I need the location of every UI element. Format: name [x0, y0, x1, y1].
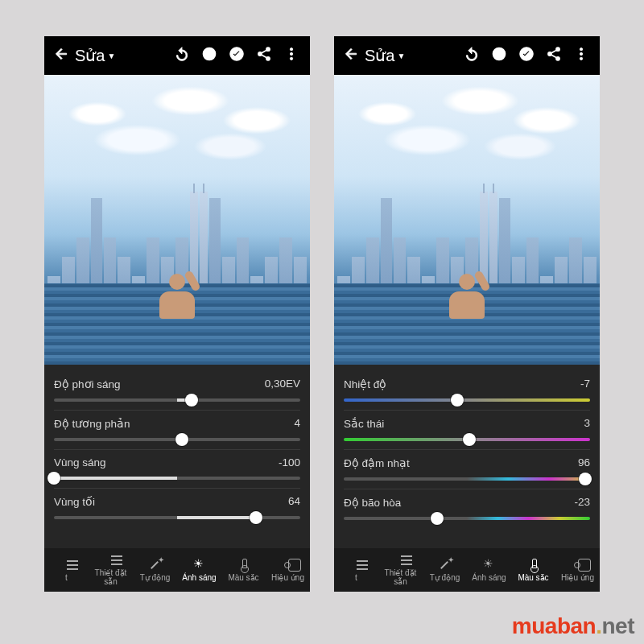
screen-title[interactable]: Sửa ▼ [365, 46, 405, 65]
svg-point-4 [258, 52, 262, 55]
slider-row: Độ đậm nhạt 96 [344, 449, 590, 489]
share-button[interactable] [252, 46, 276, 66]
svg-point-13 [548, 52, 551, 55]
bottom-tabs: t Thiết đặt sẵn Tự động Ánh sáng Màu sắc… [334, 548, 600, 592]
more-button[interactable] [569, 46, 593, 66]
slider-label: Sắc thái [344, 417, 384, 430]
slider-track[interactable] [344, 438, 590, 441]
tab-label: Tự động [430, 573, 460, 582]
sun-icon [192, 559, 207, 570]
slider-label: Vùng sáng [54, 456, 106, 469]
therm-icon [237, 559, 251, 570]
tab-label: t [355, 573, 357, 582]
slider-thumb[interactable] [175, 433, 188, 446]
accept-button[interactable] [225, 46, 249, 66]
sun-icon [482, 559, 497, 570]
preview-image [334, 75, 600, 365]
slider-track[interactable] [344, 477, 590, 481]
tab-label: Màu sắc [228, 573, 258, 582]
svg-point-12 [556, 47, 559, 51]
slider-row: Nhiệt độ -7 [344, 371, 590, 410]
slider-label: Độ bão hòa [344, 496, 401, 509]
slider-value: -100 [279, 456, 300, 469]
sliders-icon [104, 554, 118, 565]
fx-icon [281, 559, 295, 570]
tab-label: Thiết đặt sẵn [89, 568, 133, 586]
tab-Màu sắc[interactable]: Màu sắc [511, 559, 555, 582]
tab-label: Màu sắc [518, 573, 548, 582]
svg-point-3 [266, 47, 270, 51]
help-button[interactable] [197, 46, 221, 66]
more-button[interactable] [279, 46, 303, 66]
tab-label: Tự động [140, 573, 171, 582]
tab-Màu sắc[interactable]: Màu sắc [221, 559, 266, 582]
undo-button[interactable] [170, 46, 194, 66]
slider-thumb[interactable] [451, 394, 464, 407]
slider-value: 96 [578, 456, 590, 469]
tab-Thiết đặt sẵn[interactable]: Thiết đặt sẵn [89, 554, 133, 586]
svg-point-6 [290, 47, 292, 50]
slider-row: Độ tương phản 4 [54, 410, 300, 449]
slider-label: Nhiệt độ [344, 378, 386, 390]
slider-track[interactable] [54, 398, 300, 402]
tab-Ánh sáng[interactable]: Ánh sáng [177, 559, 221, 582]
slider-row: Vùng sáng -100 [54, 449, 300, 488]
tab-Tự động[interactable]: Tự động [133, 559, 177, 582]
slider-label: Độ đậm nhạt [344, 456, 410, 469]
svg-point-15 [580, 47, 582, 50]
back-button[interactable] [341, 46, 361, 66]
tab-Tự động[interactable]: Tự động [423, 559, 467, 582]
tab-t[interactable]: t [334, 559, 378, 582]
undo-button[interactable] [460, 46, 484, 66]
slider-label: Vùng tối [54, 495, 95, 508]
tab-label: Ánh sáng [182, 573, 216, 582]
help-button[interactable] [487, 46, 511, 66]
therm-icon [526, 559, 541, 570]
share-button[interactable] [542, 46, 566, 66]
watermark-tld: net [602, 613, 635, 638]
slider-thumb[interactable] [185, 394, 198, 407]
caret-down-icon: ▼ [107, 52, 115, 60]
slider-track[interactable] [54, 477, 300, 480]
accept-button[interactable] [514, 46, 539, 66]
slider-track[interactable] [54, 438, 300, 441]
caret-down-icon: ▼ [397, 52, 405, 60]
slider-thumb[interactable] [47, 472, 60, 485]
slider-row: Vùng tối 64 [54, 488, 300, 527]
screen-title[interactable]: Sửa ▼ [75, 46, 115, 65]
wand-icon [148, 559, 163, 570]
watermark: muaban.net [512, 613, 634, 639]
svg-point-17 [580, 57, 582, 60]
tab-t[interactable]: t [44, 559, 89, 582]
back-button[interactable] [51, 46, 72, 66]
sliders-panel: Độ phơi sáng 0,30EV Độ tương phản 4 Vùng… [44, 365, 310, 548]
tab-Ánh sáng[interactable]: Ánh sáng [467, 559, 511, 582]
slider-thumb[interactable] [463, 433, 476, 446]
tab-label: Ánh sáng [472, 573, 506, 582]
slider-thumb[interactable] [431, 512, 444, 525]
slider-thumb[interactable] [579, 473, 592, 485]
slider-label: Độ tương phản [54, 417, 130, 430]
watermark-brand: muaban [512, 613, 596, 638]
tab-label: Hiệu ứng [271, 573, 304, 582]
tab-Hiệu ứng[interactable]: Hiệu ứng [555, 559, 600, 582]
slider-track[interactable] [344, 398, 590, 402]
svg-point-16 [580, 52, 582, 55]
phone-screen: Sửa ▼ [334, 36, 600, 592]
svg-point-8 [290, 57, 292, 60]
slider-label: Độ phơi sáng [54, 378, 121, 390]
slider-thumb[interactable] [250, 511, 262, 524]
svg-point-5 [266, 56, 270, 60]
bottom-tabs: t Thiết đặt sẵn Tự động Ánh sáng Màu sắc… [44, 548, 310, 592]
svg-point-1 [208, 56, 209, 57]
fx-icon [571, 559, 585, 570]
slider-track[interactable] [344, 517, 590, 520]
tab-Thiết đặt sẵn[interactable]: Thiết đặt sẵn [378, 554, 423, 586]
slider-row: Độ bão hòa -23 [344, 489, 590, 528]
slider-track[interactable] [54, 516, 300, 519]
slider-value: -23 [574, 496, 590, 509]
top-toolbar: Sửa ▼ [44, 36, 310, 75]
slider-value: 4 [294, 417, 300, 430]
tab-Hiệu ứng[interactable]: Hiệu ứng [266, 559, 310, 582]
slider-value: 3 [584, 417, 590, 430]
